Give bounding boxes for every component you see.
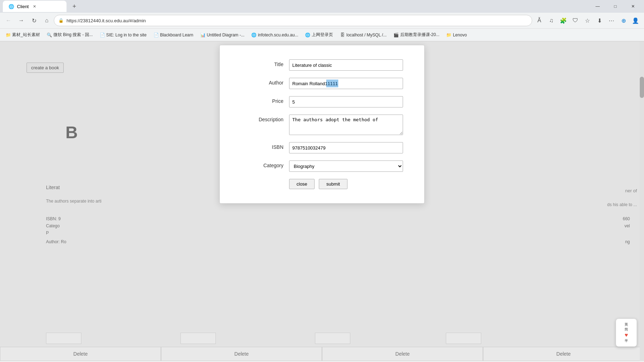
url-text: https://23812440.it.scu.edu.au/#/admin bbox=[67, 18, 528, 23]
scrollbar-track bbox=[640, 41, 644, 361]
isbn-input[interactable] bbox=[289, 142, 403, 153]
bookmark-icon-1: 📁 bbox=[6, 33, 11, 37]
description-label: Description bbox=[241, 115, 283, 122]
helper-widget[interactable]: 英 简 ♥ 半 bbox=[616, 319, 637, 347]
bookmark-label-1: 素材_站长素材 bbox=[12, 32, 40, 38]
edge-icon[interactable]: ⊕ bbox=[618, 15, 629, 26]
tab-title: Client bbox=[17, 4, 29, 9]
bookmark-icon-5: 📊 bbox=[200, 33, 205, 37]
author-field-row: Author bbox=[241, 78, 403, 89]
bookmark-icon-2: 🔍 bbox=[47, 33, 52, 37]
scrollbar-thumb[interactable] bbox=[640, 77, 644, 98]
downloads-icon[interactable]: ⬇ bbox=[594, 15, 605, 26]
price-label: Price bbox=[241, 96, 283, 104]
bookmark-icon-3: 📄 bbox=[100, 33, 105, 37]
close-button[interactable]: close bbox=[289, 179, 315, 189]
tab-favicon: 🌐 bbox=[8, 4, 14, 9]
profile-icon[interactable]: 👤 bbox=[630, 15, 641, 26]
modal-buttons: close submit bbox=[289, 179, 403, 189]
bookmark-icon-8: 🗄 bbox=[340, 33, 345, 37]
bookmark-10[interactable]: 📁 Lenovo bbox=[444, 31, 470, 39]
bookmark-label-2: 微软 Bing 搜索 - 国... bbox=[53, 32, 93, 38]
bookmark-8[interactable]: 🗄 localhost / MySQL /... bbox=[337, 31, 390, 39]
bookmark-icon-9: 🎬 bbox=[394, 33, 399, 37]
extensions-icon[interactable]: 🧩 bbox=[558, 15, 569, 26]
author-label: Author bbox=[241, 78, 283, 86]
bookmark-label-5: Untitled Diagram -... bbox=[207, 33, 245, 37]
bookmark-icon-4: 📄 bbox=[154, 33, 159, 37]
bookmark-label-4: Blackboard Learn bbox=[160, 33, 193, 37]
nav-right-icons: Ă ♫ 🧩 🛡 ☆ ⬇ ⋯ ⊕ 👤 bbox=[534, 15, 641, 26]
helper-line2: 简 bbox=[625, 327, 628, 332]
bookmark-9[interactable]: 🎬 后期教育录播课-20... bbox=[391, 30, 442, 39]
submit-button[interactable]: submit bbox=[319, 179, 347, 189]
window-controls: — □ ✕ bbox=[590, 1, 641, 12]
title-input[interactable] bbox=[289, 59, 403, 71]
bookmarks-bar: 📁 素材_站长素材 🔍 微软 Bing 搜索 - 国... 📄 SIE: Log… bbox=[0, 28, 644, 41]
favorites-icon[interactable]: ☆ bbox=[582, 15, 593, 26]
page-content: create a book B Literat The authors sepa… bbox=[0, 41, 644, 361]
helper-heart-icon: ♥ bbox=[625, 332, 628, 338]
bookmark-7[interactable]: 🌐 上网登录页 bbox=[303, 30, 336, 39]
read-aloud-icon[interactable]: ♫ bbox=[546, 15, 557, 26]
bookmark-label-6: infotech.scu.edu.au... bbox=[258, 33, 298, 37]
title-label: Title bbox=[241, 59, 283, 67]
bookmark-icon-7: 🌐 bbox=[305, 33, 310, 37]
bookmark-label-9: 后期教育录播课-20... bbox=[400, 32, 439, 38]
bookmark-5[interactable]: 📊 Untitled Diagram -... bbox=[197, 31, 247, 39]
author-input-wrapper bbox=[289, 78, 403, 89]
translate-icon[interactable]: Ă bbox=[534, 15, 545, 26]
description-textarea[interactable]: The authors adopt the method of bbox=[289, 115, 403, 135]
bookmark-6[interactable]: 🌐 infotech.scu.edu.au... bbox=[249, 31, 301, 39]
bookmark-label-10: Lenovo bbox=[453, 33, 467, 37]
forward-button[interactable]: → bbox=[16, 15, 27, 26]
home-button[interactable]: ⌂ bbox=[41, 15, 52, 26]
new-tab-button[interactable]: + bbox=[69, 1, 79, 11]
bookmark-icon-10: 📁 bbox=[447, 33, 452, 37]
browser-menu-icon[interactable]: ⋯ bbox=[606, 15, 617, 26]
tracking-icon[interactable]: 🛡 bbox=[570, 15, 581, 26]
tab-close-btn[interactable]: ✕ bbox=[31, 4, 37, 9]
price-input[interactable] bbox=[289, 96, 403, 107]
helper-line1: 英 bbox=[625, 322, 628, 327]
address-bar[interactable]: 🔒 https://23812440.it.scu.edu.au/#/admin bbox=[54, 15, 532, 26]
title-field-row: Title bbox=[241, 59, 403, 71]
bookmark-label-3: SIE: Log in to the site bbox=[106, 33, 146, 37]
description-field-row: Description The authors adopt the method… bbox=[241, 115, 403, 135]
maximize-button[interactable]: □ bbox=[607, 1, 623, 12]
minimize-button[interactable]: — bbox=[590, 1, 606, 12]
edit-book-modal: Title Author Price Description Th bbox=[219, 45, 425, 204]
bookmark-icon-6: 🌐 bbox=[252, 33, 257, 37]
category-label: Category bbox=[241, 160, 283, 168]
browser-tab[interactable]: 🌐 Client ✕ bbox=[3, 1, 67, 12]
modal-overlay: Title Author Price Description Th bbox=[0, 41, 644, 361]
price-field-row: Price bbox=[241, 96, 403, 107]
bookmark-label-7: 上网登录页 bbox=[312, 32, 333, 38]
title-bar: 🌐 Client ✕ + — □ ✕ bbox=[0, 0, 644, 13]
bookmark-2[interactable]: 🔍 微软 Bing 搜索 - 国... bbox=[44, 30, 96, 39]
back-button[interactable]: ← bbox=[3, 15, 14, 26]
bookmark-4[interactable]: 📄 Blackboard Learn bbox=[151, 31, 196, 39]
nav-bar: ← → ↻ ⌂ 🔒 https://23812440.it.scu.edu.au… bbox=[0, 13, 644, 28]
category-select[interactable]: Biography Literature Science History Nov… bbox=[289, 160, 403, 172]
author-input[interactable] bbox=[289, 78, 403, 89]
helper-line3: 半 bbox=[625, 338, 628, 343]
bookmark-3[interactable]: 📄 SIE: Log in to the site bbox=[97, 31, 149, 39]
close-window-button[interactable]: ✕ bbox=[625, 1, 641, 12]
isbn-label: ISBN bbox=[241, 142, 283, 150]
refresh-button[interactable]: ↻ bbox=[28, 15, 40, 26]
bookmark-1[interactable]: 📁 素材_站长素材 bbox=[3, 30, 43, 39]
isbn-field-row: ISBN bbox=[241, 142, 403, 153]
browser-chrome: 🌐 Client ✕ + — □ ✕ ← → ↻ ⌂ 🔒 https://238… bbox=[0, 0, 644, 41]
bookmark-label-8: localhost / MySQL /... bbox=[346, 33, 387, 37]
category-field-row: Category Biography Literature Science Hi… bbox=[241, 160, 403, 172]
